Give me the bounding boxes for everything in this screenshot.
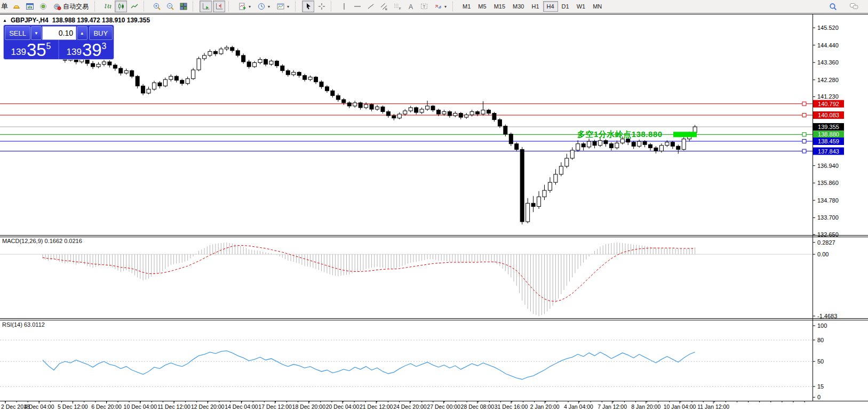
community-button[interactable]	[848, 1, 860, 12]
indicators-button[interactable]: ▾	[235, 1, 253, 12]
watershed-highlight[interactable]	[673, 132, 697, 137]
volume-down-button[interactable]: ▼	[31, 26, 42, 40]
candle-body	[308, 77, 312, 80]
candle-body	[331, 91, 335, 95]
candle-body	[671, 142, 674, 147]
hline-handle[interactable]	[802, 133, 806, 136]
chart-shift-button[interactable]	[213, 1, 225, 12]
buy-price[interactable]: 139393	[59, 40, 114, 59]
crosshair-button[interactable]	[315, 1, 328, 12]
macd-pane-label: MACD(12,26,9) 0.1662 0.0216	[2, 238, 82, 244]
price-badge-label: 140.792	[818, 101, 839, 107]
time-tick-label: 31 Dec 16:00	[495, 403, 528, 410]
candle-body	[314, 77, 318, 82]
horizontal-line-button[interactable]	[351, 1, 363, 12]
timeframe-mn-button[interactable]: MN	[589, 1, 606, 12]
rsi-pane-label: RSI(14) 63.0112	[2, 321, 45, 328]
auto-scroll-icon	[202, 2, 210, 11]
candle-body	[381, 107, 385, 111]
zoom-in-button[interactable]	[150, 1, 163, 12]
equidistant-channel-button[interactable]: E	[378, 1, 390, 12]
collapse-panel-icon[interactable]: ▲	[3, 18, 7, 23]
timeframe-m5-button[interactable]: M5	[474, 1, 490, 12]
toolbar-separator	[144, 2, 148, 11]
autotrading-button[interactable]: 自动交易	[50, 1, 91, 12]
sell-button[interactable]: SELL	[5, 26, 30, 40]
tile-windows-button[interactable]	[177, 1, 189, 12]
volume-input[interactable]: 0.10	[42, 26, 76, 40]
sell-price[interactable]: 139355	[4, 40, 58, 59]
zoom-out-button[interactable]	[164, 1, 176, 12]
trendline-button[interactable]	[364, 1, 377, 12]
candle-body	[336, 95, 340, 100]
line-chart-button[interactable]	[128, 1, 140, 12]
candle-body	[158, 83, 162, 86]
text-button[interactable]: A	[404, 1, 417, 12]
candle-body	[136, 76, 139, 86]
svg-text:A: A	[409, 3, 413, 11]
arrows-button[interactable]: ▾	[431, 1, 449, 12]
rsi-tick-label: 15	[817, 383, 824, 390]
fibonacci-button[interactable]: F	[391, 1, 403, 12]
trade-panel-top-row: SELL ▼ 0.10 ▲ BUY	[4, 25, 114, 40]
buy-button[interactable]: BUY	[89, 26, 113, 40]
hline-handle[interactable]	[802, 139, 806, 143]
autotrading-label: 自动交易	[63, 2, 89, 11]
cursor-button[interactable]	[302, 1, 314, 12]
price-badge-label: 140.083	[818, 112, 839, 118]
tile-windows-icon	[179, 2, 188, 11]
timeframe-d1-button[interactable]: D1	[558, 1, 573, 12]
periods-icon	[257, 2, 266, 11]
candle-body	[286, 71, 290, 75]
rsi-tick-label: 0	[817, 394, 821, 400]
candle-body	[643, 141, 647, 144]
hline-handle[interactable]	[802, 114, 806, 117]
candle-body	[364, 104, 368, 108]
candle-body	[230, 47, 234, 51]
candle-body	[442, 111, 446, 114]
periods-button[interactable]: ▾	[254, 1, 273, 12]
timeframe-m30-button[interactable]: M30	[509, 1, 528, 12]
search-button[interactable]	[827, 1, 839, 12]
one-click-trading-panel: SELL ▼ 0.10 ▲ BUY 139355 139393	[4, 25, 114, 59]
hline-handle[interactable]	[802, 102, 806, 106]
bar-chart-button[interactable]	[101, 1, 114, 12]
candlestick-chart-button[interactable]	[115, 1, 127, 12]
candle-body	[213, 51, 217, 54]
candle-body	[85, 60, 89, 64]
candle-body	[180, 80, 184, 84]
autotrading-icon	[53, 2, 61, 11]
candle-body	[665, 142, 669, 146]
price-badge-label: 138.459	[818, 138, 839, 144]
text-label-button[interactable]: T	[418, 1, 430, 12]
timeframe-w1-button[interactable]: W1	[573, 1, 590, 12]
market-watch-button[interactable]	[23, 1, 36, 12]
price-tick-label: 141.230	[817, 93, 839, 100]
auto-scroll-button[interactable]	[200, 1, 212, 12]
candle-body	[515, 144, 519, 150]
watershed-annotation[interactable]: 多空1分水岭点138.880	[577, 130, 663, 140]
new-order-button[interactable]	[10, 1, 22, 12]
new-order-label[interactable]: 单	[1, 2, 8, 11]
candle-body	[487, 110, 491, 113]
timeframe-h4-button[interactable]: H4	[543, 1, 558, 12]
hline-handle[interactable]	[802, 149, 806, 153]
rsi-tick-label: 80	[817, 337, 824, 343]
data-window-button[interactable]	[37, 1, 49, 12]
vertical-line-button[interactable]	[338, 1, 350, 12]
volume-up-button[interactable]: ▲	[77, 26, 87, 40]
vertical-line-icon	[340, 2, 348, 11]
timeframe-h1-button[interactable]: H1	[528, 1, 543, 12]
candle-body	[108, 62, 112, 65]
time-tick-label: 14 Dec 04:00	[225, 403, 258, 410]
time-tick-label: 27 Dec 00:00	[427, 403, 460, 410]
templates-button[interactable]: ▾	[274, 1, 292, 12]
chart-canvas[interactable]: 145.520144.440143.360142.280141.230136.9…	[0, 0, 868, 412]
candle-body	[236, 51, 240, 55]
indicators-icon	[238, 2, 246, 11]
timeframe-m15-button[interactable]: M15	[490, 1, 509, 12]
trendline-icon	[367, 2, 375, 11]
candle-body	[397, 114, 401, 118]
price-badge-label: 139.355	[818, 124, 839, 130]
timeframe-m1-button[interactable]: M1	[459, 1, 474, 12]
